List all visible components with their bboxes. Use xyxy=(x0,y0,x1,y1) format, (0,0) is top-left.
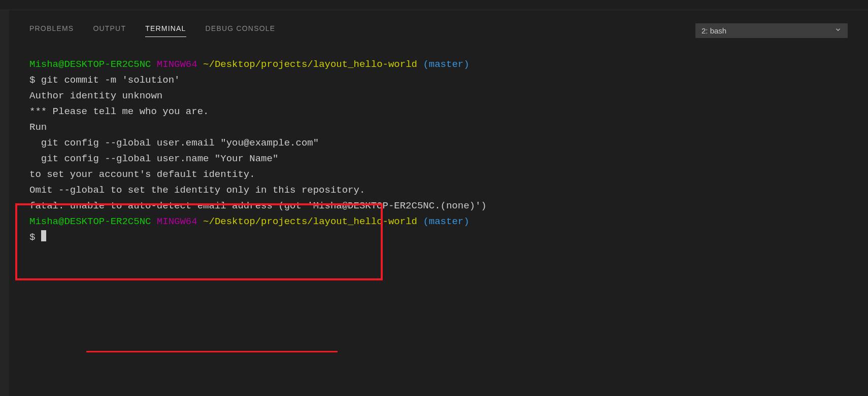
titlebar-spacer xyxy=(0,0,868,10)
prompt-path: ~/Desktop/projects/layout_hello-world xyxy=(203,59,417,70)
tab-output[interactable]: OUTPUT xyxy=(93,24,126,37)
main-area: PROBLEMS OUTPUT TERMINAL DEBUG CONSOLE 2… xyxy=(0,10,868,396)
panel-tabs: PROBLEMS OUTPUT TERMINAL DEBUG CONSOLE xyxy=(29,24,275,37)
tab-debug-console[interactable]: DEBUG CONSOLE xyxy=(206,24,276,37)
output-line: to set your account's default identity. xyxy=(29,167,848,183)
chevron-down-icon xyxy=(834,26,842,35)
prompt-line-1: Misha@DESKTOP-ER2C5NC MINGW64 ~/Desktop/… xyxy=(29,57,848,73)
terminal-selector[interactable]: 2: bash xyxy=(695,23,848,38)
panel-header-right: 2: bash xyxy=(695,23,848,38)
annotation-red-box xyxy=(15,203,383,280)
output-line: *** Please tell me who you are. xyxy=(29,104,848,120)
prompt-env: MINGW64 xyxy=(157,59,197,70)
vscode-window: PROBLEMS OUTPUT TERMINAL DEBUG CONSOLE 2… xyxy=(0,0,868,396)
panel: PROBLEMS OUTPUT TERMINAL DEBUG CONSOLE 2… xyxy=(9,10,868,396)
output-line: Author identity unknown xyxy=(29,88,848,104)
tab-terminal[interactable]: TERMINAL xyxy=(145,24,186,37)
panel-header: PROBLEMS OUTPUT TERMINAL DEBUG CONSOLE 2… xyxy=(9,19,868,42)
output-line: Run xyxy=(29,120,848,135)
output-line: git config --global user.name "Your Name… xyxy=(29,151,848,167)
prompt-branch: (master) xyxy=(423,216,469,227)
activity-bar-gutter xyxy=(0,10,9,396)
output-line: Omit --global to set the identity only i… xyxy=(29,183,848,198)
output-line: git config --global user.email "you@exam… xyxy=(29,135,848,151)
command-line: $ git commit -m 'solution' xyxy=(29,73,848,88)
prompt-user: Misha@DESKTOP-ER2C5NC xyxy=(29,59,151,70)
terminal-output[interactable]: Misha@DESKTOP-ER2C5NC MINGW64 ~/Desktop/… xyxy=(9,42,868,396)
tab-problems[interactable]: PROBLEMS xyxy=(29,24,74,37)
annotation-red-underline xyxy=(86,351,338,352)
prompt-branch: (master) xyxy=(423,59,469,70)
terminal-selector-label: 2: bash xyxy=(702,26,726,35)
